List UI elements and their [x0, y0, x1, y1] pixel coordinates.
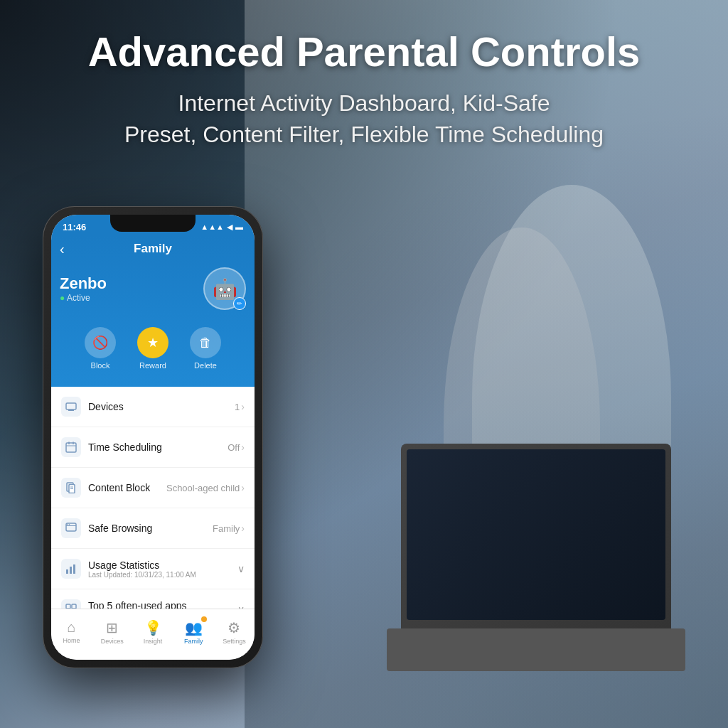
- tab-family[interactable]: 👥 Family: [173, 619, 214, 645]
- main-title: Advanced Parental Controls: [28, 28, 700, 76]
- nav-title: Family: [134, 242, 172, 256]
- app-header: ‹ Family Zenbo Active 🤖 ✏ �: [51, 236, 255, 387]
- menu-item-time-scheduling[interactable]: Time Scheduling Off ›: [51, 427, 255, 468]
- usage-statistics-label: Usage Statistics: [88, 560, 237, 571]
- devices-content: Devices: [88, 401, 235, 412]
- menu-item-content-block[interactable]: Content Block School-aged child ›: [51, 468, 255, 508]
- time-scheduling-label: Time Scheduling: [88, 441, 228, 453]
- time-scheduling-content: Time Scheduling: [88, 441, 228, 453]
- svg-rect-16: [73, 564, 75, 574]
- time-scheduling-chevron: ›: [241, 441, 245, 453]
- svg-point-13: [69, 524, 70, 525]
- home-tab-icon: ⌂: [68, 619, 76, 636]
- svg-rect-0: [66, 403, 76, 410]
- status-icons: ▲▲▲ ◀ ▬: [200, 223, 243, 232]
- usage-statistics-collapse-icon: ∨: [237, 563, 245, 574]
- phone-screen: 11:46 ▲▲▲ ◀ ▬ ‹ Family Zenbo Active: [51, 215, 255, 660]
- tab-settings[interactable]: ⚙ Settings: [214, 619, 255, 645]
- family-tab-label: Family: [184, 638, 203, 645]
- sub-title-line2: Preset, Content Filter, Flexible Time Sc…: [124, 122, 604, 147]
- safe-browsing-content: Safe Browsing: [88, 523, 213, 534]
- reward-action[interactable]: ★ Reward: [137, 327, 168, 370]
- sub-title-line1: Internet Activity Dashboard, Kid-Safe: [178, 90, 550, 116]
- insight-tab-icon: 💡: [144, 619, 162, 636]
- profile-avatar[interactable]: 🤖 ✏: [203, 267, 246, 310]
- content-block-icon: [61, 478, 81, 498]
- laptop-base: [387, 628, 685, 671]
- menu-item-devices[interactable]: Devices 1 ›: [51, 387, 255, 427]
- menu-item-safe-browsing[interactable]: Safe Browsing Family ›: [51, 508, 255, 549]
- nav-bar: ‹ Family: [60, 236, 246, 264]
- menu-list: Devices 1 ›: [51, 387, 255, 630]
- devices-tab-icon: ⊞: [106, 619, 118, 636]
- tab-insight[interactable]: 💡 Insight: [132, 619, 173, 645]
- phone-outer-shell: 11:46 ▲▲▲ ◀ ▬ ‹ Family Zenbo Active: [43, 206, 263, 668]
- content-block-chevron: ›: [241, 482, 245, 493]
- avatar-edit-button[interactable]: ✏: [233, 297, 246, 310]
- phone-notch: [110, 215, 196, 232]
- content-block-label: Content Block: [88, 482, 166, 493]
- usage-statistics-sublabel: Last Updated: 10/31/23, 11:00 AM: [88, 571, 237, 579]
- safe-browsing-label: Safe Browsing: [88, 523, 213, 534]
- laptop-lid: [401, 444, 671, 628]
- block-action[interactable]: 🚫 Block: [85, 327, 116, 370]
- delete-action[interactable]: 🗑 Delete: [190, 327, 221, 370]
- safe-browsing-chevron: ›: [241, 523, 245, 534]
- block-label: Block: [91, 361, 110, 370]
- content-block-value: School-aged child ›: [166, 482, 245, 493]
- settings-tab-icon: ⚙: [228, 619, 240, 636]
- settings-tab-label: Settings: [223, 638, 246, 645]
- time-scheduling-value: Off ›: [228, 441, 245, 453]
- profile-section: Zenbo Active 🤖 ✏: [60, 264, 246, 321]
- tab-devices[interactable]: ⊞ Devices: [92, 619, 132, 645]
- safe-browsing-value: Family ›: [213, 523, 245, 534]
- svg-rect-14: [66, 569, 68, 574]
- content-block-content: Content Block: [88, 482, 166, 493]
- sub-title: Internet Activity Dashboard, Kid-Safe Pr…: [28, 87, 700, 151]
- reward-label: Reward: [139, 361, 166, 370]
- safe-browsing-setting: Family: [213, 523, 240, 534]
- svg-rect-2: [66, 443, 76, 452]
- wifi-icon: ◀: [227, 223, 232, 232]
- home-tab-label: Home: [63, 637, 80, 644]
- profile-name: Zenbo: [60, 274, 107, 293]
- family-tab-icon: 👥: [185, 619, 203, 636]
- status-time: 11:46: [63, 222, 86, 232]
- battery-icon: ▬: [235, 223, 243, 231]
- devices-tab-label: Devices: [101, 638, 124, 645]
- insight-tab-label: Insight: [144, 638, 163, 645]
- usage-statistics-icon: [61, 559, 81, 579]
- usage-statistics-content: Usage Statistics Last Updated: 10/31/23,…: [88, 560, 237, 579]
- tab-home[interactable]: ⌂ Home: [51, 619, 92, 644]
- time-scheduling-icon: [61, 437, 81, 457]
- reward-icon-circle: ★: [137, 327, 168, 358]
- profile-info: Zenbo Active: [60, 274, 107, 303]
- devices-chevron: ›: [241, 401, 245, 412]
- safe-browsing-icon: [61, 518, 81, 538]
- devices-count: 1: [235, 402, 240, 412]
- menu-item-usage-statistics[interactable]: Usage Statistics Last Updated: 10/31/23,…: [51, 549, 255, 589]
- content-block-setting: School-aged child: [166, 483, 240, 493]
- devices-icon: [61, 397, 81, 417]
- action-buttons-row: 🚫 Block ★ Reward 🗑 Delete: [60, 321, 246, 373]
- phone-mockup: 11:46 ▲▲▲ ◀ ▬ ‹ Family Zenbo Active: [43, 206, 263, 668]
- header-section: Advanced Parental Controls Internet Acti…: [0, 14, 728, 165]
- svg-point-12: [67, 524, 68, 525]
- signal-icon: ▲▲▲: [200, 223, 224, 231]
- back-button[interactable]: ‹: [60, 241, 65, 257]
- bottom-tab-bar: ⌂ Home ⊞ Devices 💡 Insight 👥 Family: [51, 609, 255, 660]
- block-icon-circle: 🚫: [85, 327, 116, 358]
- avatar-emoji: 🤖: [213, 277, 237, 301]
- family-tab-badge: [201, 616, 207, 622]
- svg-rect-15: [70, 567, 72, 574]
- laptop-screen: [407, 449, 665, 620]
- time-scheduling-status: Off: [228, 442, 240, 453]
- delete-label: Delete: [194, 361, 217, 370]
- svg-rect-1: [68, 410, 74, 411]
- devices-label: Devices: [88, 401, 235, 412]
- devices-value: 1 ›: [235, 401, 245, 412]
- delete-icon-circle: 🗑: [190, 327, 221, 358]
- profile-status: Active: [60, 293, 107, 303]
